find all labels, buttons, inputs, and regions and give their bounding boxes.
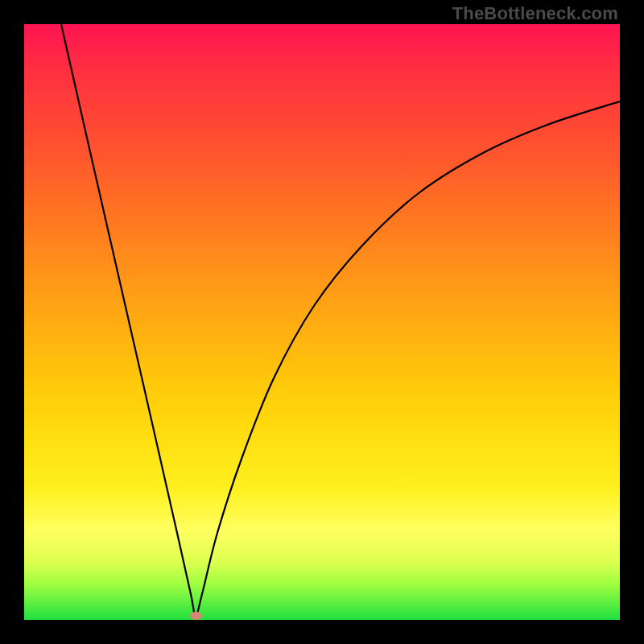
plot-area [24,24,620,620]
chart-container: TheBottleneck.com [0,0,644,644]
vertex-marker [190,612,202,620]
watermark-text: TheBottleneck.com [452,3,618,24]
line-curve [24,24,620,620]
